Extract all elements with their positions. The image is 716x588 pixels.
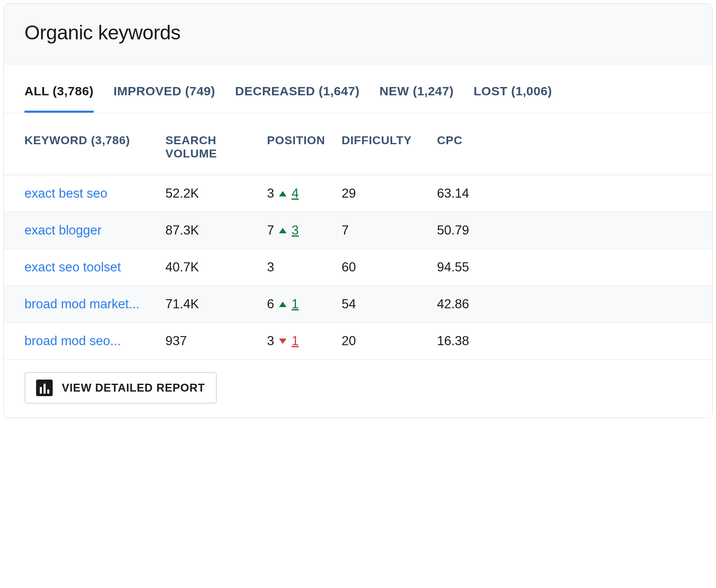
position-cell: 3 1 bbox=[267, 334, 342, 348]
position-value: 3 bbox=[267, 186, 274, 201]
column-header-keyword[interactable]: KEYWORD (3,786) bbox=[24, 134, 165, 160]
keyword-link[interactable]: broad mod seo... bbox=[24, 334, 165, 348]
table-body: exact best seo 52.2K 3 4 29 63.14 exact … bbox=[4, 175, 712, 360]
position-delta[interactable]: 3 bbox=[291, 223, 299, 238]
tabs-container: ALL (3,786) IMPROVED (749) DECREASED (1,… bbox=[4, 64, 712, 113]
difficulty-value: 20 bbox=[342, 334, 437, 348]
search-volume-value: 40.7K bbox=[165, 260, 267, 275]
card-header: Organic keywords bbox=[4, 4, 712, 64]
keyword-link[interactable]: exact blogger bbox=[24, 223, 165, 238]
view-detailed-report-button[interactable]: VIEW DETAILED REPORT bbox=[24, 372, 217, 404]
difficulty-value: 54 bbox=[342, 297, 437, 312]
bar-chart-icon bbox=[36, 380, 53, 396]
difficulty-value: 29 bbox=[342, 186, 437, 201]
search-volume-value: 52.2K bbox=[165, 186, 267, 201]
position-value: 6 bbox=[267, 297, 274, 312]
tab-new[interactable]: NEW (1,247) bbox=[379, 84, 454, 113]
cpc-value: 94.55 bbox=[437, 260, 692, 275]
position-value: 3 bbox=[267, 334, 274, 348]
position-cell: 7 3 bbox=[267, 223, 342, 238]
keyword-link[interactable]: broad mod market... bbox=[24, 297, 165, 312]
column-header-position[interactable]: POSITION bbox=[267, 134, 342, 160]
table-row: broad mod seo... 937 3 1 20 16.38 bbox=[4, 323, 712, 360]
position-delta[interactable]: 1 bbox=[291, 297, 299, 312]
keyword-link[interactable]: exact seo toolset bbox=[24, 260, 165, 275]
arrow-down-icon bbox=[279, 339, 286, 344]
search-volume-value: 87.3K bbox=[165, 223, 267, 238]
table-row: exact blogger 87.3K 7 3 7 50.79 bbox=[4, 212, 712, 249]
tab-decreased[interactable]: DECREASED (1,647) bbox=[235, 84, 359, 113]
position-cell: 3 bbox=[267, 260, 342, 275]
cpc-value: 50.79 bbox=[437, 223, 692, 238]
table-header-row: KEYWORD (3,786) SEARCH VOLUME POSITION D… bbox=[4, 113, 712, 175]
arrow-up-icon bbox=[279, 228, 286, 233]
cpc-value: 16.38 bbox=[437, 334, 692, 348]
organic-keywords-card: Organic keywords ALL (3,786) IMPROVED (7… bbox=[3, 3, 713, 418]
search-volume-value: 937 bbox=[165, 334, 267, 348]
tab-lost[interactable]: LOST (1,006) bbox=[473, 84, 552, 113]
arrow-up-icon bbox=[279, 302, 286, 307]
cpc-value: 42.86 bbox=[437, 297, 692, 312]
keyword-link[interactable]: exact best seo bbox=[24, 186, 165, 201]
column-header-search-volume[interactable]: SEARCH VOLUME bbox=[165, 134, 267, 160]
difficulty-value: 7 bbox=[342, 223, 437, 238]
report-button-label: VIEW DETAILED REPORT bbox=[62, 382, 205, 394]
card-footer: VIEW DETAILED REPORT bbox=[4, 360, 712, 418]
position-value: 7 bbox=[267, 223, 274, 238]
position-value: 3 bbox=[267, 260, 274, 275]
position-cell: 6 1 bbox=[267, 297, 342, 312]
column-header-difficulty[interactable]: DIFFICULTY bbox=[342, 134, 437, 160]
position-cell: 3 4 bbox=[267, 186, 342, 201]
position-delta[interactable]: 1 bbox=[291, 334, 299, 348]
search-volume-value: 71.4K bbox=[165, 297, 267, 312]
arrow-up-icon bbox=[279, 191, 286, 196]
table-row: exact best seo 52.2K 3 4 29 63.14 bbox=[4, 175, 712, 212]
difficulty-value: 60 bbox=[342, 260, 437, 275]
page-title: Organic keywords bbox=[24, 21, 692, 44]
table-row: exact seo toolset 40.7K 3 60 94.55 bbox=[4, 249, 712, 286]
table-row: broad mod market... 71.4K 6 1 54 42.86 bbox=[4, 286, 712, 323]
tab-all[interactable]: ALL (3,786) bbox=[24, 84, 94, 113]
cpc-value: 63.14 bbox=[437, 186, 692, 201]
position-delta[interactable]: 4 bbox=[291, 186, 299, 201]
column-header-cpc[interactable]: CPC bbox=[437, 134, 692, 160]
tab-improved[interactable]: IMPROVED (749) bbox=[114, 84, 215, 113]
